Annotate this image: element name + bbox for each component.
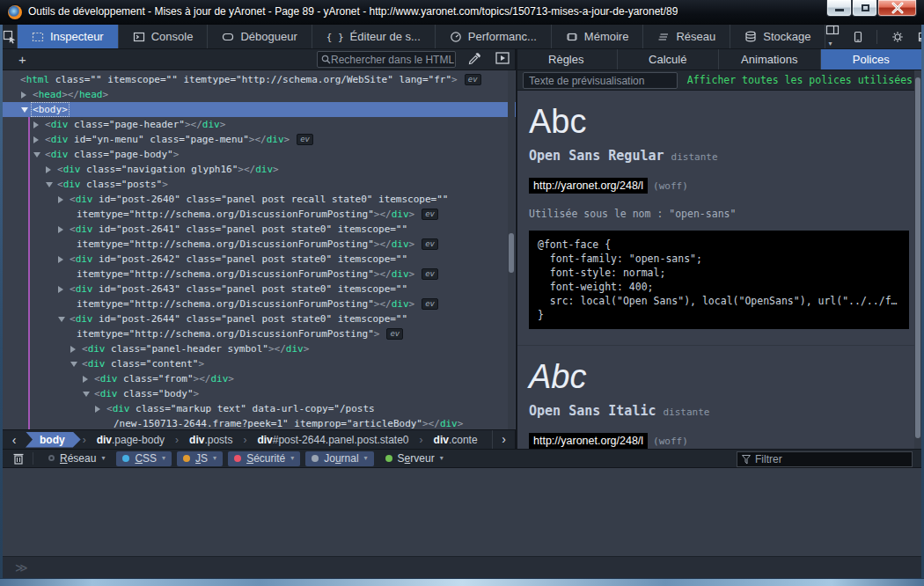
markup-node[interactable]: <div id="post-2643" class="panel post st…: [3, 282, 516, 297]
expand-arrow-icon[interactable]: [58, 256, 63, 263]
sidebar-tab-polices[interactable]: Polices: [821, 49, 922, 70]
event-badge[interactable]: ev: [422, 298, 438, 310]
markup-node[interactable]: itemtype="http://schema.org/DiscussionFo…: [3, 297, 516, 311]
breadcrumb-item[interactable]: div.posts: [180, 432, 241, 448]
collapse-arrow-icon[interactable]: [83, 392, 90, 397]
toolbox-tab-diteurdes[interactable]: { }Éditeur de s...: [312, 25, 436, 48]
markup-node[interactable]: itemtype="http://schema.org/DiscussionFo…: [3, 267, 516, 282]
toolbox-tab-inspecteur[interactable]: Inspecteur: [18, 25, 119, 48]
fonts-scrollbar-thumb[interactable]: [915, 77, 920, 438]
markup-node[interactable]: <div id="post-2640" class="panel post re…: [3, 192, 516, 207]
event-badge[interactable]: ev: [422, 209, 438, 220]
markup-node[interactable]: <body>: [3, 102, 516, 117]
markup-node[interactable]: <div class="markup text" data-url-copy="…: [3, 401, 516, 416]
breadcrumb-item[interactable]: div.page-body: [88, 432, 173, 448]
expand-arrow-icon[interactable]: [70, 346, 76, 353]
markup-node[interactable]: itemtype="http://schema.org/DiscussionFo…: [3, 237, 516, 252]
collapse-arrow-icon[interactable]: [21, 107, 28, 113]
console-filter-journal[interactable]: Journal▾: [305, 451, 373, 466]
toolbox-tab-performanc[interactable]: Performanc...: [436, 25, 552, 48]
restore-button[interactable]: [852, 0, 877, 17]
console-filter-réseau[interactable]: Réseau▾: [42, 451, 111, 466]
eyedropper-icon[interactable]: [467, 52, 481, 66]
markup-node[interactable]: <div id="post-2641" class="panel post st…: [3, 222, 516, 237]
settings-button[interactable]: [891, 31, 904, 43]
console-filter-sécurité[interactable]: Sécurité▾: [228, 451, 300, 466]
expand-arrow-icon[interactable]: [58, 196, 63, 203]
markup-node[interactable]: <html class="" itemscope="" itemtype="ht…: [3, 72, 516, 87]
expand-arrow-icon[interactable]: [46, 166, 51, 173]
console-filter-input[interactable]: [755, 453, 905, 465]
markup-node[interactable]: <div class="from"></div>: [3, 371, 516, 386]
dock-split-button[interactable]: ▾: [825, 25, 840, 48]
event-badge[interactable]: ev: [465, 74, 481, 85]
markup-node[interactable]: <div id="post-2642" class="panel post st…: [3, 252, 516, 267]
event-badge[interactable]: ev: [422, 268, 438, 280]
fonts-scrollbar[interactable]: [914, 70, 921, 449]
expand-arrow-icon[interactable]: [58, 286, 63, 293]
console-filter-serveur[interactable]: Serveur▾: [379, 451, 450, 466]
panel-splitter[interactable]: [516, 49, 517, 449]
expand-arrow-icon[interactable]: [33, 136, 39, 143]
breadcrumb-scroll-left-button[interactable]: ‹: [3, 433, 26, 447]
responsive-mode-button[interactable]: [854, 31, 862, 43]
clear-console-button[interactable]: [13, 452, 24, 465]
event-badge[interactable]: ev: [422, 238, 438, 250]
collapse-arrow-icon[interactable]: [46, 182, 53, 187]
toolbox-tab-console[interactable]: Console: [119, 25, 209, 48]
minimize-button[interactable]: [826, 0, 852, 17]
search-input[interactable]: [331, 54, 454, 66]
event-badge[interactable]: ev: [386, 328, 403, 340]
expand-arrow-icon[interactable]: [21, 92, 26, 99]
markup-node[interactable]: <head></head>: [3, 87, 516, 102]
breadcrumb-item[interactable]: body: [26, 432, 81, 448]
close-button[interactable]: [877, 0, 917, 17]
markup-node[interactable]: <div id="yn-menu" class="page-menu"></di…: [3, 132, 516, 147]
markup-node[interactable]: <div class="page-header"></div>: [3, 117, 516, 132]
sidebar-tab-calculé[interactable]: Calculé: [618, 49, 720, 70]
font-url-link[interactable]: http://yaronet.org/248/l: [529, 433, 648, 449]
toolbox-tab-dbogueur[interactable]: Débogueur: [208, 25, 312, 48]
sidebar-tab-rgles[interactable]: Règles: [516, 49, 618, 70]
breadcrumb-item[interactable]: div.conte: [425, 432, 487, 448]
font-preview-input[interactable]: [523, 72, 678, 89]
show-all-fonts-link[interactable]: Afficher toutes les polices utilisées: [687, 74, 913, 86]
breadcrumb-scroll-right-button[interactable]: ›: [492, 430, 515, 449]
markup-node[interactable]: <div class="body">: [3, 386, 516, 401]
markup-node[interactable]: <div class="panel-header symbol"></div>: [3, 341, 516, 356]
event-badge[interactable]: ev: [297, 134, 313, 145]
collapse-arrow-icon[interactable]: [70, 362, 77, 367]
pick-element-button[interactable]: [3, 25, 18, 48]
sidebar-tab-animations[interactable]: Animations: [719, 49, 821, 70]
collapse-arrow-icon[interactable]: [33, 152, 40, 157]
breadcrumb-item[interactable]: div#post-2644.panel.post.state0: [248, 432, 417, 448]
markup-node[interactable]: <div class="posts">: [3, 177, 516, 192]
add-node-button[interactable]: +: [18, 50, 26, 70]
box-play-icon[interactable]: [495, 52, 510, 64]
markup-node[interactable]: <div class="page-body">: [3, 147, 516, 162]
markup-node[interactable]: itemtype="http://schema.org/DiscussionFo…: [3, 326, 516, 341]
collapse-arrow-icon[interactable]: [58, 317, 65, 322]
console-icon: [133, 32, 145, 42]
toolbox-tab-rseau[interactable]: Réseau: [643, 25, 730, 48]
console-output[interactable]: [3, 468, 921, 556]
markup-view[interactable]: <html class="" itemscope="" itemtype="ht…: [3, 70, 516, 429]
markup-node[interactable]: itemtype="http://schema.org/DiscussionFo…: [3, 207, 516, 222]
markup-node[interactable]: <div class="navigation glyph16"></div>: [3, 162, 516, 177]
markup-scrollbar-thumb[interactable]: [509, 233, 514, 273]
console-filter-js[interactable]: JS▾: [177, 451, 223, 466]
toolbox-tab-mmoire[interactable]: Mémoire: [552, 25, 644, 48]
expand-arrow-icon[interactable]: [95, 406, 100, 413]
font-url-link[interactable]: http://yaronet.org/248/l: [529, 178, 648, 194]
markup-node[interactable]: <div class="content">: [3, 356, 516, 371]
markup-node[interactable]: /new-150713-2644.frame?peek=1" itemprop=…: [3, 416, 516, 429]
console-input-row[interactable]: ≫: [3, 556, 921, 578]
markup-node[interactable]: <div id="post-2644" class="panel post st…: [3, 311, 516, 326]
toolbox-tab-stockage[interactable]: Stockage: [730, 25, 825, 48]
expand-arrow-icon[interactable]: [58, 226, 63, 233]
expand-arrow-icon[interactable]: [33, 121, 39, 128]
expand-arrow-icon[interactable]: [83, 376, 88, 383]
markup-scrollbar[interactable]: [508, 70, 515, 429]
toolbox-tab-label: Stockage: [763, 30, 810, 43]
console-filter-css[interactable]: CSS▾: [116, 451, 172, 466]
